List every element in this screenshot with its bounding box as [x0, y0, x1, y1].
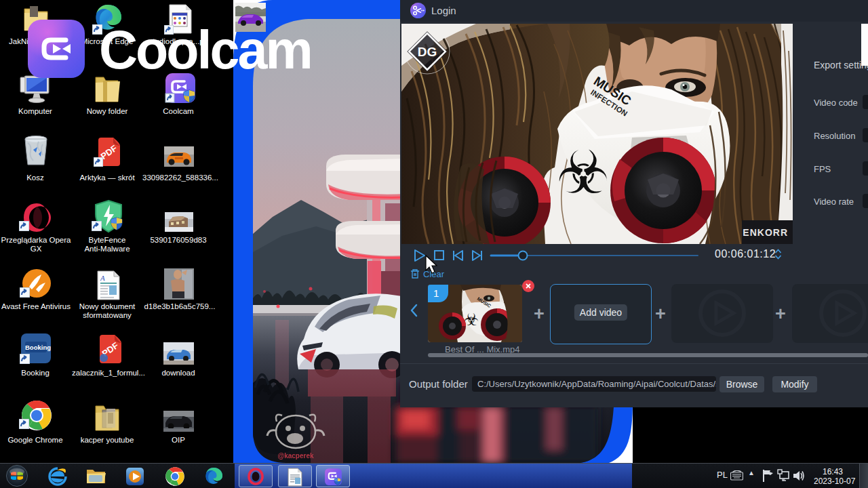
svg-text:☣: ☣ — [557, 139, 610, 206]
svg-text:@kacperek: @kacperek — [277, 452, 314, 460]
svg-text:ENKORR: ENKORR — [743, 227, 788, 238]
svg-text:DG: DG — [418, 45, 437, 59]
svg-text:A: A — [100, 274, 105, 282]
svg-text:Booking: Booking — [25, 344, 51, 351]
svg-text:☣: ☣ — [464, 310, 479, 329]
